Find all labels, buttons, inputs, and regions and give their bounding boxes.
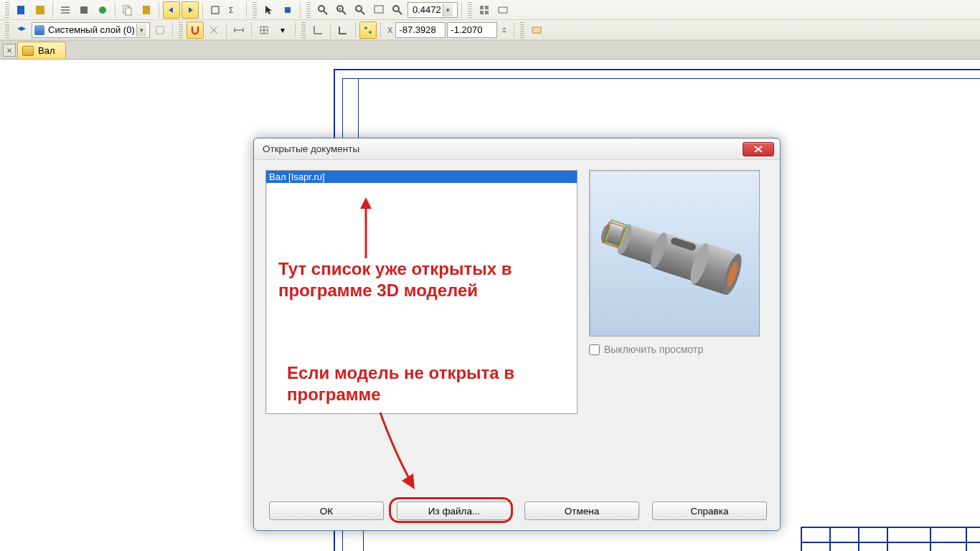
svg-point-3: [99, 6, 106, 14]
svg-rect-6: [143, 6, 150, 14]
separator: [226, 22, 227, 38]
coord-x-input[interactable]: -87.3928: [395, 22, 446, 38]
svg-rect-34: [532, 27, 541, 33]
svg-rect-0: [17, 6, 24, 14]
disable-preview-label: Выключить просмотр: [604, 344, 703, 355]
tool-btn[interactable]: Σ: [225, 1, 242, 19]
separator: [514, 22, 514, 38]
layer-icon-button[interactable]: [13, 22, 30, 39]
close-button[interactable]: [743, 142, 774, 156]
toolbar-grip[interactable]: [5, 2, 9, 18]
drawing-title-block: [801, 527, 980, 551]
tool-btn[interactable]: [279, 1, 296, 19]
separator: [251, 22, 252, 38]
redo-button[interactable]: [182, 1, 199, 19]
tool-btn[interactable]: [75, 1, 93, 19]
tool-btn[interactable]: [528, 22, 545, 39]
separator: [172, 22, 173, 38]
svg-point-33: [369, 31, 372, 34]
svg-point-10: [319, 6, 324, 11]
svg-rect-7: [212, 6, 219, 14]
close-tab-button[interactable]: ✕: [3, 44, 16, 57]
axis-button[interactable]: [309, 22, 326, 39]
disable-preview-checkbox[interactable]: [589, 344, 600, 355]
toolbar-grip[interactable]: [301, 22, 306, 38]
dropdown-icon[interactable]: [443, 4, 453, 17]
tool-btn[interactable]: [207, 1, 224, 19]
separator: [300, 2, 301, 18]
zoom-value-display[interactable]: 0.4472: [407, 2, 458, 18]
svg-line-11: [324, 11, 327, 14]
separator: [52, 2, 53, 18]
dialog-body: Вал [Isapr.ru]: [254, 160, 780, 530]
list-item[interactable]: Вал [Isapr.ru]: [266, 171, 577, 183]
separator: [380, 22, 381, 38]
toolbar-grip[interactable]: [5, 22, 9, 38]
separator: [246, 2, 247, 18]
tool-btn[interactable]: [94, 1, 111, 19]
zoom-button[interactable]: [389, 1, 406, 19]
tool-btn[interactable]: [494, 1, 512, 19]
document-icon: [22, 46, 34, 56]
snap-button[interactable]: [359, 22, 377, 39]
coord-stepper[interactable]: [499, 22, 510, 39]
preview-pane: [589, 170, 760, 336]
snap-magnet-button[interactable]: [187, 22, 204, 39]
toolbar-grip[interactable]: [179, 22, 183, 38]
toolbar-grip[interactable]: [253, 2, 257, 18]
svg-rect-22: [485, 6, 489, 9]
layer-combo[interactable]: Системный слой (0): [32, 22, 150, 38]
coord-y-input[interactable]: -1.2070: [447, 22, 497, 38]
toolbar-area: Σ + - 0.4472 Системный слой (0): [0, 0, 980, 41]
svg-line-13: [342, 11, 346, 14]
undo-button[interactable]: [163, 1, 180, 19]
svg-rect-24: [485, 11, 489, 14]
tool-btn[interactable]: [205, 22, 222, 39]
help-button[interactable]: Справка: [652, 501, 767, 520]
cursor-button[interactable]: [260, 1, 278, 19]
layer-label: Системный слой (0): [48, 24, 135, 35]
copy-button[interactable]: [119, 1, 136, 19]
separator: [355, 22, 356, 38]
ok-button[interactable]: ОК: [269, 501, 384, 520]
separator: [461, 2, 462, 18]
svg-rect-5: [126, 8, 131, 15]
document-tab[interactable]: Вал: [17, 42, 66, 59]
svg-text:-: -: [357, 6, 359, 12]
tool-btn[interactable]: [13, 1, 30, 19]
preview-3d-icon: [595, 207, 753, 300]
close-icon: [754, 146, 763, 153]
document-tab-label: Вал: [38, 45, 55, 56]
zoom-out-button[interactable]: -: [352, 1, 369, 19]
svg-rect-1: [36, 6, 44, 14]
zoom-in-button[interactable]: +: [333, 1, 350, 19]
separator: [159, 2, 159, 18]
dropdown-icon[interactable]: [136, 24, 146, 37]
disable-preview-checkbox-row[interactable]: Выключить просмотр: [589, 344, 760, 355]
svg-rect-21: [480, 6, 484, 9]
dialog-title: Открытые документы: [263, 143, 359, 154]
separator: [295, 22, 296, 38]
tool-btn[interactable]: [476, 1, 493, 19]
tool-btn[interactable]: ▾: [274, 22, 291, 39]
zoom-window-button[interactable]: [370, 1, 387, 19]
paste-button[interactable]: [138, 1, 155, 19]
dimension-button[interactable]: [230, 22, 248, 39]
tool-btn[interactable]: [57, 1, 74, 19]
dialog-button-row: ОК Из файла... Отмена Справка: [265, 493, 768, 520]
grid-button[interactable]: [255, 22, 273, 39]
svg-rect-25: [499, 7, 507, 13]
document-tab-bar: ✕ Вал: [0, 41, 980, 60]
svg-line-16: [361, 11, 364, 14]
tool-btn[interactable]: [32, 1, 49, 19]
ortho-button[interactable]: [334, 22, 352, 39]
toolbar-grip[interactable]: [520, 22, 524, 38]
dialog-titlebar[interactable]: Открытые документы: [254, 138, 780, 160]
toolbar-grip[interactable]: [306, 2, 311, 18]
toolbar-grip[interactable]: [468, 2, 472, 18]
zoom-fit-button[interactable]: [314, 1, 331, 19]
cancel-button[interactable]: Отмена: [524, 501, 639, 520]
documents-listbox[interactable]: Вал [Isapr.ru]: [265, 170, 578, 414]
from-file-button[interactable]: Из файла...: [397, 501, 512, 520]
tool-btn[interactable]: [151, 22, 169, 39]
